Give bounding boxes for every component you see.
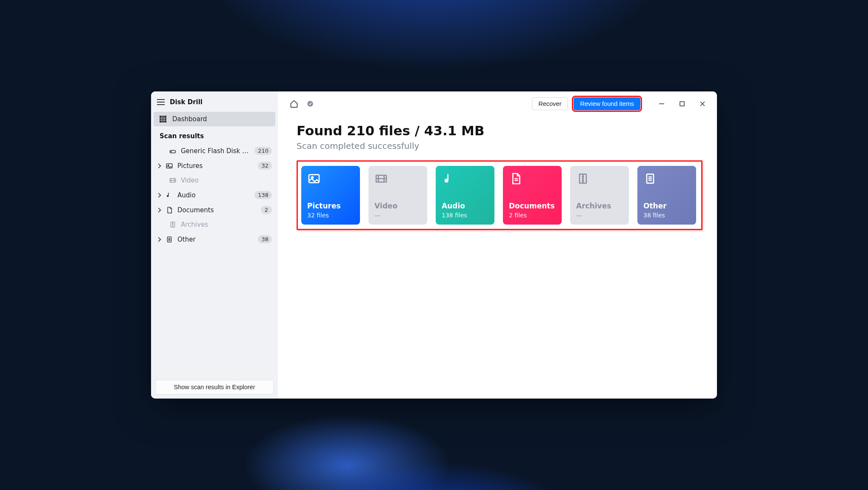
tree-label: Audio — [177, 191, 250, 199]
show-in-explorer-button[interactable]: Show scan results in Explorer — [155, 380, 274, 394]
menu-icon[interactable] — [157, 99, 165, 105]
archive-icon — [576, 172, 591, 187]
card-subtitle: 138 files — [442, 212, 488, 219]
app-window: Disk Drill Dashboard Scan results Generi… — [151, 91, 717, 399]
tree-item-archives[interactable]: Archives — [151, 217, 278, 232]
close-button[interactable] — [692, 97, 713, 110]
tree-item-documents[interactable]: Documents 2 — [151, 202, 278, 217]
recover-button[interactable]: Recover — [532, 97, 568, 110]
minimize-button[interactable] — [651, 97, 672, 110]
results-subheading: Scan completed successfully — [297, 141, 702, 151]
dashboard-icon — [160, 116, 166, 122]
tree-item-pictures[interactable]: Pictures 32 — [151, 158, 278, 173]
audio-icon — [166, 191, 173, 199]
section-title: Scan results — [151, 126, 278, 143]
tree-item-video[interactable]: Video — [151, 173, 278, 188]
app-title: Disk Drill — [170, 98, 203, 106]
video-icon — [169, 177, 177, 184]
window-controls — [651, 97, 713, 110]
sidebar-header: Disk Drill — [151, 91, 278, 112]
tree-label: Generic Flash Disk USB… — [181, 147, 250, 155]
maximize-button[interactable] — [672, 97, 692, 110]
chevron-icon — [156, 193, 161, 197]
sidebar: Disk Drill Dashboard Scan results Generi… — [151, 91, 278, 399]
card-title: Audio — [442, 202, 488, 210]
home-icon[interactable] — [289, 99, 299, 109]
card-other[interactable]: Other 38 files — [637, 166, 696, 225]
count-badge: 138 — [254, 191, 272, 199]
card-title: Documents — [509, 202, 556, 210]
document-icon — [509, 172, 524, 187]
svg-point-7 — [307, 101, 313, 107]
tree-label: Other — [177, 236, 254, 243]
category-cards-highlight: Pictures 32 files Video — Audio 138 file… — [297, 160, 702, 230]
card-pictures[interactable]: Pictures 32 files — [301, 166, 360, 225]
card-subtitle: 38 files — [643, 212, 690, 219]
review-found-items-button[interactable]: Review found items — [574, 97, 640, 110]
count-badge: 38 — [258, 235, 272, 243]
tree-label: Video — [181, 177, 272, 184]
card-subtitle: 2 files — [509, 212, 556, 219]
chevron-icon — [156, 237, 161, 242]
card-title: Pictures — [307, 202, 354, 210]
card-video[interactable]: Video — — [368, 166, 427, 225]
tree-item-other[interactable]: Other 38 — [151, 232, 278, 247]
card-archives[interactable]: Archives — — [570, 166, 629, 225]
tree-item-disk[interactable]: Generic Flash Disk USB… 210 — [151, 143, 278, 158]
card-documents[interactable]: Documents 2 files — [503, 166, 562, 225]
results-heading: Found 210 files / 43.1 MB — [297, 123, 702, 138]
main-panel: Recover Review found items Found 210 fil… — [278, 91, 717, 399]
card-audio[interactable]: Audio 138 files — [436, 166, 494, 225]
other-icon — [166, 236, 173, 243]
document-icon — [166, 206, 173, 214]
video-icon — [374, 172, 390, 187]
disk-icon — [169, 147, 177, 155]
pictures-icon — [166, 162, 173, 170]
sidebar-footer: Show scan results in Explorer — [151, 376, 278, 399]
chevron-icon — [156, 163, 161, 168]
check-icon[interactable] — [305, 99, 315, 109]
nav-dashboard[interactable]: Dashboard — [154, 112, 275, 126]
pictures-icon — [307, 172, 323, 187]
chevron-icon — [156, 208, 161, 212]
svg-point-1 — [171, 151, 172, 152]
count-badge: 2 — [261, 206, 272, 214]
other-icon — [643, 172, 659, 187]
audio-icon — [442, 172, 457, 187]
tree-item-audio[interactable]: Audio 138 — [151, 188, 278, 202]
tree-label: Archives — [181, 221, 272, 228]
card-title: Other — [643, 202, 690, 210]
card-subtitle: 32 files — [307, 212, 354, 219]
svg-rect-9 — [680, 102, 684, 106]
archive-icon — [169, 221, 177, 228]
card-title: Video — [374, 202, 421, 210]
tree-label: Documents — [177, 206, 257, 214]
titlebar: Recover Review found items — [278, 91, 717, 114]
card-subtitle: — — [576, 212, 623, 219]
tree-label: Pictures — [177, 162, 254, 170]
content: Found 210 files / 43.1 MB Scan completed… — [278, 114, 717, 245]
count-badge: 32 — [258, 162, 272, 170]
card-subtitle: — — [374, 212, 421, 219]
card-title: Archives — [576, 202, 623, 210]
nav-dashboard-label: Dashboard — [172, 115, 207, 123]
count-badge: 210 — [254, 147, 272, 155]
